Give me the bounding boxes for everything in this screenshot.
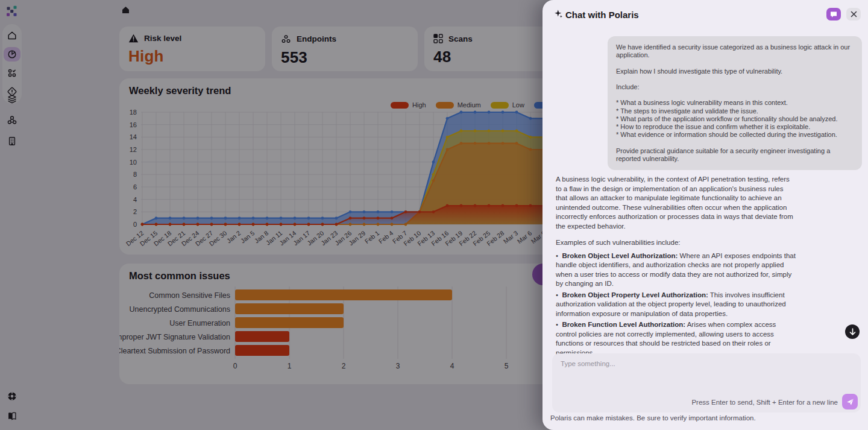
chat-panel: Chat with Polaris We have identified a s… <box>542 0 868 430</box>
assistant-message: A business logic vulnerability, in the c… <box>556 175 796 358</box>
assistant-bullet: • Broken Object Property Level Authoriza… <box>556 291 796 319</box>
assistant-examples-heading: Examples of such vulnerabilities include… <box>556 238 796 248</box>
chat-header: Chat with Polaris <box>542 0 868 29</box>
chat-input[interactable]: Type something... Press Enter to send, S… <box>552 353 861 413</box>
sparkle-icon <box>554 9 563 18</box>
chat-title: Chat with Polaris <box>565 10 639 20</box>
chat-disclaimer: Polaris can make mistakes. Be sure to ve… <box>550 414 756 422</box>
scroll-to-bottom-button[interactable] <box>845 324 860 339</box>
assistant-bullets: • Broken Object Level Authorization: Whe… <box>556 251 796 358</box>
new-chat-icon <box>830 11 837 18</box>
paper-plane-icon <box>846 398 854 406</box>
arrow-down-icon <box>849 328 856 335</box>
new-chat-button[interactable] <box>826 8 841 21</box>
assistant-bullet: • Broken Object Level Authorization: Whe… <box>556 251 796 289</box>
send-hint: Press Enter to send, Shift + Enter for a… <box>691 399 838 406</box>
app-window: Risk level High Endpoints 553 S <box>0 0 868 430</box>
close-chat-button[interactable] <box>846 8 861 21</box>
assistant-intro: A business logic vulnerability, in the c… <box>556 175 796 231</box>
assistant-bullet: • Broken Function Level Authorization: A… <box>556 320 796 358</box>
chat-input-placeholder: Type something... <box>561 360 615 367</box>
send-button[interactable] <box>842 394 858 409</box>
user-message-bubble: We have identified a security issue cate… <box>608 36 862 170</box>
close-icon <box>851 11 857 17</box>
